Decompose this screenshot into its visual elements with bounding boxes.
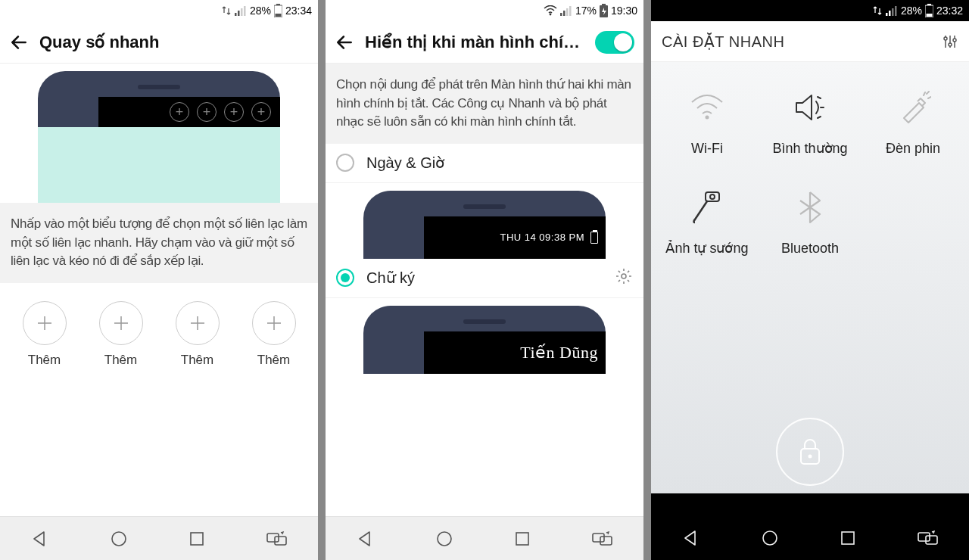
clock: 23:32 — [936, 5, 963, 17]
svg-rect-20 — [516, 533, 528, 545]
add-label: Thêm — [28, 353, 61, 368]
header: Quay số nhanh — [0, 21, 318, 64]
tile-label: Đèn phin — [886, 141, 940, 157]
clock: 19:30 — [611, 5, 637, 17]
battery-charge-icon — [600, 4, 608, 17]
add-slot-4[interactable]: Thêm — [252, 301, 296, 368]
svg-rect-21 — [593, 534, 604, 542]
radio-off-icon — [336, 154, 354, 172]
battery-icon — [590, 232, 598, 244]
datetime-illustration: THU 14 09:38 PM — [326, 191, 643, 259]
sliders-icon[interactable] — [942, 33, 958, 50]
tile-label: Ảnh tự sướng — [665, 241, 748, 257]
nav-bar — [651, 516, 969, 560]
svg-rect-6 — [275, 14, 281, 17]
svg-rect-13 — [563, 11, 566, 16]
svg-rect-34 — [706, 192, 719, 201]
svg-point-38 — [763, 531, 777, 545]
svg-rect-3 — [244, 6, 246, 16]
tile-flashlight[interactable]: Đèn phin — [862, 85, 964, 157]
nav-back[interactable] — [681, 528, 700, 548]
status-bar: 28% 23:34 — [0, 0, 318, 21]
add-label: Thêm — [257, 353, 290, 368]
plus-icon — [176, 301, 220, 345]
battery-pct: 28% — [901, 5, 922, 17]
flashlight-icon — [895, 85, 931, 130]
nav-home[interactable] — [435, 529, 454, 549]
svg-point-7 — [112, 532, 126, 546]
nav-recent[interactable] — [513, 530, 531, 548]
battery-pct: 17% — [575, 5, 597, 17]
plus-slot-icon: + — [224, 102, 244, 122]
nav-bar — [0, 516, 318, 560]
svg-rect-0 — [235, 13, 237, 16]
wifi-icon — [544, 5, 557, 16]
svg-rect-9 — [267, 534, 279, 542]
nav-recent[interactable] — [188, 530, 206, 548]
add-grid: Thêm Thêm Thêm Thêm — [0, 301, 318, 368]
nav-back[interactable] — [355, 529, 375, 549]
data-icon — [221, 5, 232, 16]
battery-pct: 28% — [250, 5, 271, 17]
svg-rect-41 — [926, 536, 937, 544]
svg-rect-14 — [566, 8, 569, 16]
plus-slot-icon: + — [197, 102, 217, 122]
nav-dual[interactable] — [591, 530, 614, 547]
plus-icon — [99, 301, 143, 345]
nav-recent[interactable] — [839, 529, 857, 547]
add-slot-2[interactable]: Thêm — [99, 301, 143, 368]
back-button[interactable] — [335, 33, 354, 52]
svg-rect-10 — [275, 537, 286, 545]
signature-illustration: Tiến Dũng — [326, 306, 643, 374]
tile-label: Wi-Fi — [691, 141, 723, 157]
signal-icon — [886, 5, 898, 16]
plus-icon — [23, 301, 67, 345]
svg-point-11 — [550, 14, 552, 16]
gap-bar — [651, 493, 969, 516]
nav-home[interactable] — [760, 528, 780, 548]
plus-slot-icon: + — [251, 102, 271, 122]
nav-dual[interactable] — [917, 530, 939, 546]
option-signature[interactable]: Chữ ký — [326, 259, 643, 298]
svg-rect-15 — [569, 6, 572, 16]
tile-bluetooth[interactable]: Bluetooth — [759, 185, 862, 257]
clock: 23:34 — [285, 5, 312, 17]
svg-point-35 — [710, 194, 715, 199]
add-slot-1[interactable]: Thêm — [23, 301, 67, 368]
status-bar: 17% 19:30 — [326, 0, 643, 21]
svg-rect-24 — [889, 11, 891, 16]
svg-point-18 — [622, 274, 626, 278]
battery-icon — [274, 4, 282, 17]
option-label: Ngày & Giờ — [366, 154, 444, 172]
plus-icon — [252, 301, 296, 345]
option-datetime[interactable]: Ngày & Giờ — [326, 144, 643, 183]
selfie-stick-icon — [689, 185, 725, 230]
lock-button[interactable] — [776, 418, 844, 486]
svg-rect-26 — [895, 6, 897, 16]
page-title: CÀI ĐẶT NHANH — [662, 33, 784, 51]
phone-illustration: + + + + — [0, 71, 318, 203]
nav-back[interactable] — [30, 529, 49, 549]
tile-selfie[interactable]: Ảnh tự sướng — [656, 185, 759, 257]
svg-rect-1 — [238, 11, 240, 16]
back-button[interactable] — [9, 33, 29, 52]
tile-sound[interactable]: Bình thường — [759, 85, 862, 157]
nav-bar — [326, 516, 643, 560]
phone-secondscreen: 17% 19:30 Hiển thị khi màn hình chí… Chọ… — [326, 0, 643, 560]
page-title: Hiển thị khi màn hình chí… — [365, 33, 584, 52]
svg-rect-40 — [918, 533, 930, 541]
feature-toggle[interactable] — [595, 31, 634, 54]
add-label: Thêm — [104, 353, 137, 368]
signal-icon — [235, 5, 247, 16]
phone-speeddial: 28% 23:34 Quay số nhanh + + + + Nhấp vào… — [0, 0, 318, 560]
header: Hiển thị khi màn hình chí… — [326, 21, 643, 64]
help-text: Nhấp vào một biểu tượng để chọn một số l… — [0, 203, 318, 283]
status-bar: 28% 23:32 — [651, 0, 969, 21]
nav-home[interactable] — [109, 529, 129, 549]
tile-wifi[interactable]: Wi-Fi — [656, 85, 759, 157]
tile-label: Bình thường — [772, 141, 847, 157]
add-slot-3[interactable]: Thêm — [176, 301, 220, 368]
nav-dual[interactable] — [266, 530, 288, 547]
gear-icon[interactable] — [615, 267, 633, 289]
svg-rect-8 — [191, 533, 203, 545]
